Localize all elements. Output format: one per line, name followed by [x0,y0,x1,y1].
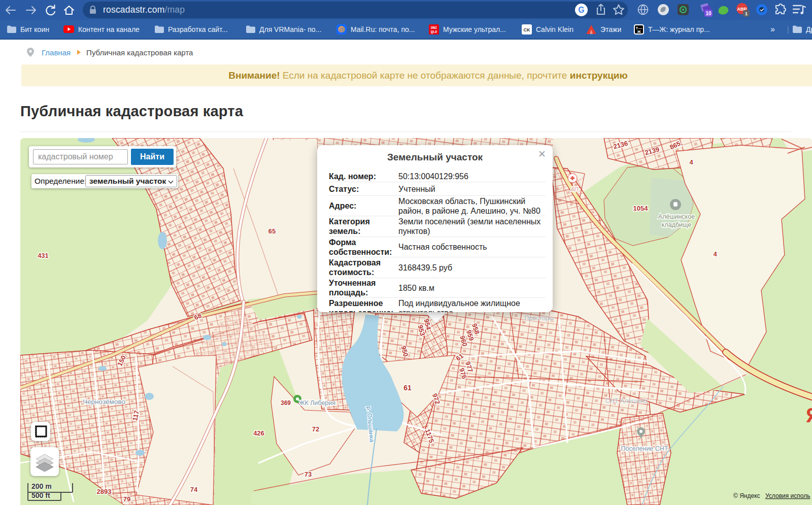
svg-text:65: 65 [268,227,276,235]
svg-text:Условия исполь: Условия исполь [765,492,810,499]
svg-text:QLO: QLO [431,30,437,34]
svg-text:кладбище: кладбище [662,221,691,228]
svg-text:426: 426 [253,429,264,437]
svg-text:@: @ [339,26,345,32]
svg-text:73: 73 [304,470,312,478]
svg-text:431: 431 [38,252,49,259]
svg-text:UNI: UNI [431,26,437,30]
svg-text:79: 79 [123,495,130,503]
svg-text:СНТ Алешино: СНТ Алешино [605,397,648,405]
svg-text:Алёшинское: Алёшинское [658,213,695,220]
svg-text:Ял: Ял [806,404,812,426]
svg-text:4: 4 [689,158,693,166]
svg-text:Поселение СНТ: Поселение СНТ [621,445,668,452]
svg-text:369: 369 [281,399,291,407]
svg-text:74: 74 [190,486,198,493]
svg-text:1: 1 [745,11,748,16]
svg-text:Ж: Ж [636,29,641,34]
svg-text:2893: 2893 [97,488,112,495]
svg-text:10: 10 [705,11,712,16]
svg-text:© Яндекс: © Яндекс [733,492,760,499]
svg-text:АП: АП [570,186,578,192]
svg-text:CK: CK [524,27,530,32]
svg-text:61: 61 [403,384,412,392]
svg-text:4: 4 [713,250,717,258]
svg-text:G: G [578,6,584,14]
svg-text:Чернозёмово: Чернозёмово [83,398,125,406]
svg-text:ЖК Либерия: ЖК Либерия [299,399,335,407]
svg-text:Просторы: Просторы [524,315,554,322]
svg-text:1054: 1054 [633,205,649,212]
svg-text:72: 72 [312,425,319,433]
